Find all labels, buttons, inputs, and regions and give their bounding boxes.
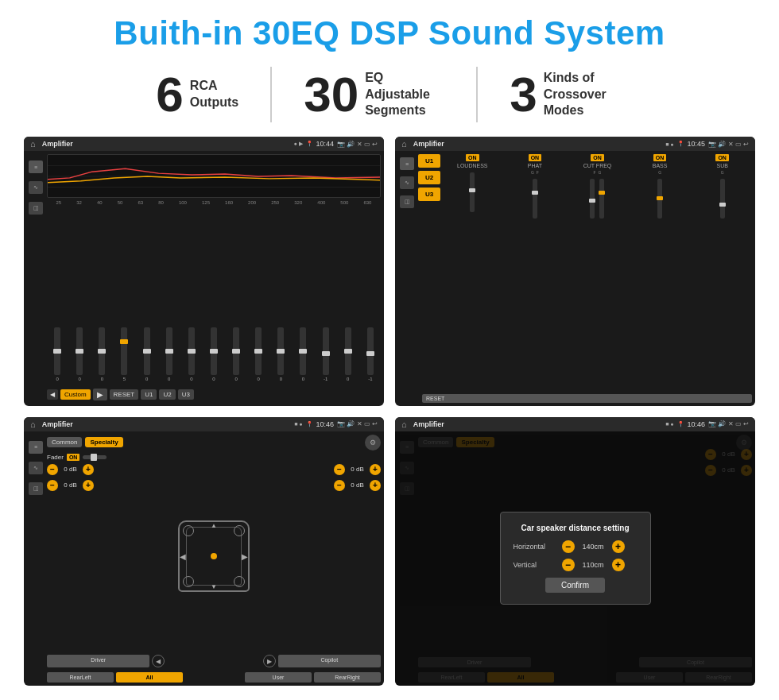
vertical-plus[interactable]: + [612,559,625,571]
home-icon-4[interactable]: ⌂ [401,420,407,429]
driver-btn[interactable]: Driver [47,655,149,667]
horizontal-plus[interactable]: + [612,540,625,553]
eq-slider-2: 0 [99,327,105,381]
home-icon-2[interactable]: ⌂ [401,139,407,149]
specialty-tab-3[interactable]: Specialty [85,437,122,447]
db-row-1: − 0 dB + [47,480,94,491]
stats-row: 6 RCAOutputs 30 EQ AdjustableSegments 3 … [24,67,755,122]
eq-prev-btn[interactable]: ◀ [47,389,58,400]
wave-icon-3[interactable]: ∿ [29,462,43,474]
eq-play-btn[interactable]: ▶ [93,389,107,400]
eq-slider-8: 0 [233,327,239,381]
eq-u2-btn[interactable]: U2 [159,389,175,400]
phat-on[interactable]: ON [529,154,542,161]
screen-fader: ⌂ Amplifier ■ ● 📍 10:46 📷 🔊 ✕ ▭ ↩ ≡ ∿ ◫ … [24,417,384,686]
rearright-btn[interactable]: RearRight [314,672,381,683]
u3-btn[interactable]: U3 [418,188,440,201]
sub-on[interactable]: ON [715,154,729,161]
fader-slider[interactable] [83,455,107,459]
minus-btn-1[interactable]: − [47,480,58,491]
plus-btn-2[interactable]: + [370,464,381,475]
screen4-dots: ■ ● [665,421,673,427]
vol-icon[interactable]: ◫ [29,202,43,215]
screen3-time: 10:46 [316,420,335,428]
fader-main: Common Specialty ⚙ Fader ON [47,435,381,683]
horizontal-minus[interactable]: − [562,540,575,553]
confirm-button[interactable]: Confirm [545,578,605,593]
common-tab-3[interactable]: Common [47,437,82,447]
fader-label: Fader [47,454,64,461]
screen3-body: ≡ ∿ ◫ Common Specialty ⚙ Fader ON [24,431,384,686]
cutfreq-on[interactable]: ON [591,154,604,161]
eq-icon[interactable]: ≡ [29,160,43,173]
eq-icon-2[interactable]: ≡ [400,157,414,170]
arrow-down: ▼ [211,583,217,590]
ctrl-cutfreq: ON CUT FREQ F G [568,154,627,389]
dialog-vertical-row: Vertical − 110cm + [514,559,638,571]
plus-btn-3[interactable]: + [370,480,381,491]
status-bar-2: ⌂ Amplifier ■ ● 📍 10:45 📷 🔊 ✕ ▭ ↩ [395,137,755,151]
location-icon-2: 📍 [677,141,684,147]
eq-custom-btn[interactable]: Custom [60,389,91,400]
all-btn[interactable]: All [116,672,183,683]
fader-on-badge[interactable]: ON [67,454,80,461]
db-row-3: − 0 dB + [334,480,381,491]
bass-on[interactable]: ON [653,154,667,161]
tab-row-3: Common Specialty ⚙ [47,435,381,451]
dialog-box: Car speaker distance setting Horizontal … [500,512,651,605]
eq-slider-13: 0 [345,327,351,381]
u1-btn[interactable]: U1 [418,154,440,168]
cutfreq-slider[interactable] [568,176,627,220]
plus-btn-1[interactable]: + [83,480,94,491]
location-icon-4: 📍 [677,421,684,427]
user-btn[interactable]: User [245,672,312,683]
screen4-body: ≡ ∿ ◫ Common Specialty ⚙ Driver [395,431,755,686]
u2-btn[interactable]: U2 [418,171,440,184]
home-icon-1[interactable]: ⌂ [30,139,36,149]
main-title: Buith-in 30EQ DSP Sound System [114,14,665,52]
vertical-minus[interactable]: − [562,559,575,571]
rearleft-btn[interactable]: RearLeft [47,672,114,683]
nav-left[interactable]: ◀ [152,655,165,667]
fader-label-row: Fader ON [47,454,381,461]
screen3-title: Amplifier [42,420,292,428]
eq-u1-btn[interactable]: U1 [141,389,157,400]
stat-rca-label: RCAOutputs [190,78,238,111]
screen1-icons: 📷 🔊 ✕ ▭ ↩ [337,141,378,148]
loudness-slider[interactable] [443,170,502,214]
status-bar-1: ⌂ Amplifier ● ▶ 📍 10:44 📷 🔊 ✕ ▭ ↩ [24,137,384,151]
minus-btn-0[interactable]: − [47,464,58,475]
bass-slider[interactable] [630,176,690,220]
dialog-vertical-value: 110cm [579,561,607,569]
vol-icon-2[interactable]: ◫ [400,195,414,208]
crossover-reset-btn[interactable]: RESET [422,394,752,403]
phat-label: PHAT [528,163,542,168]
eq-icon-3[interactable]: ≡ [29,441,43,454]
eq-u3-btn[interactable]: U3 [178,389,194,400]
copilot-btn[interactable]: Copilot [278,655,381,667]
u-buttons: U1 U2 U3 [418,154,440,389]
vol-icon-3[interactable]: ◫ [29,482,43,495]
loudness-on[interactable]: ON [466,154,479,161]
home-icon-3[interactable]: ⌂ [30,420,36,429]
screen2-dots: ■ ● [665,141,673,147]
eq-reset-btn[interactable]: RESET [110,389,139,400]
screen1-title: Amplifier [42,140,291,148]
crossover-controls: ON LOUDNESS ON PHAT G F [443,154,752,389]
nav-right[interactable]: ▶ [263,655,276,667]
arrow-up: ▲ [211,522,217,529]
screen3-icons: 📷 🔊 ✕ ▭ ↩ [337,420,378,427]
phat-slider[interactable] [506,176,565,220]
settings-icon-3[interactable]: ⚙ [365,435,381,451]
db-value-1: 0 dB [60,481,80,489]
minus-btn-2[interactable]: − [334,464,345,475]
plus-btn-0[interactable]: + [83,464,94,475]
wave-icon[interactable]: ∿ [29,181,43,194]
screen4-icons: 📷 🔊 ✕ ▭ ↩ [708,420,749,427]
bass-label: BASS [653,163,668,168]
wave-icon-2[interactable]: ∿ [400,176,414,189]
page-container: Buith-in 30EQ DSP Sound System 6 RCAOutp… [0,0,779,700]
sub-slider[interactable] [692,176,752,220]
eq-sliders: 0 0 0 5 [47,207,381,383]
minus-btn-3[interactable]: − [334,480,345,491]
